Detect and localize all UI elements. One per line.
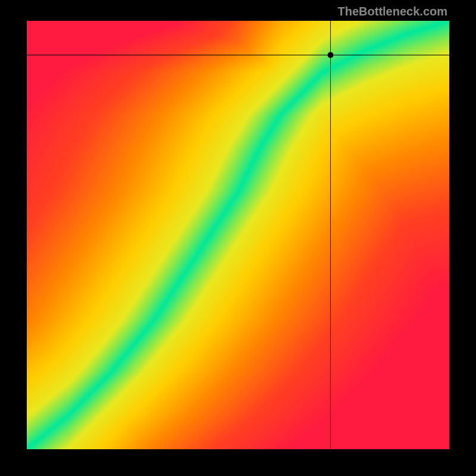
heatmap-canvas bbox=[27, 21, 449, 449]
heatmap-plot bbox=[27, 21, 449, 449]
attribution-text: TheBottleneck.com bbox=[338, 5, 447, 18]
